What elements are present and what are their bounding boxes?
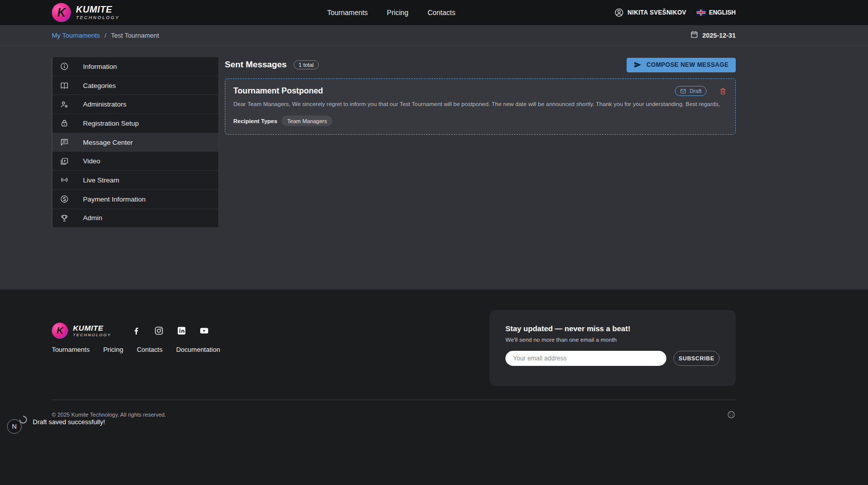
newsletter-card: Stay updated — never miss a beat! We'll …: [489, 310, 736, 386]
user-name: NIKITA SVEŠNIKOV: [628, 9, 686, 16]
sidebar-label: Video: [83, 157, 100, 165]
sidebar-label: Payment Information: [83, 196, 146, 203]
message-recipients: Recipient Types Team Managers: [233, 116, 727, 126]
sidebar-item-message-center[interactable]: Message Center: [52, 133, 218, 152]
brand-tagline: TECHNOLOGY: [73, 333, 111, 337]
trophy-icon: [60, 214, 69, 223]
tournament-sidebar: Information Categories Administrators Re…: [52, 57, 218, 228]
sidebar-item-administrators[interactable]: Administrators: [52, 95, 218, 114]
message-title: Tournament Postponed: [233, 86, 323, 95]
compose-button-label: COMPOSE NEW MESSAGE: [646, 61, 729, 68]
sidebar-label: Live Stream: [83, 176, 119, 184]
footer-link-tournaments[interactable]: Tournaments: [52, 346, 90, 353]
cookie-icon: [727, 410, 736, 419]
brand-tagline: TECHNOLOGY: [76, 16, 120, 20]
brand-text: KUMITE TECHNOLOGY: [76, 5, 120, 20]
recipient-types-label: Recipient Types: [233, 118, 277, 124]
compose-new-message-button[interactable]: COMPOSE NEW MESSAGE: [627, 58, 736, 72]
kumite-logo-icon: K: [52, 3, 71, 22]
brand-name: KUMITE: [76, 5, 120, 14]
footer-link-contacts[interactable]: Contacts: [137, 346, 162, 353]
email-input[interactable]: [505, 351, 666, 366]
nav-pricing[interactable]: Pricing: [387, 9, 408, 17]
footer-link-documentation[interactable]: Documentation: [176, 346, 220, 353]
broadcast-icon: [60, 175, 69, 184]
brand-logo[interactable]: K KUMITE TECHNOLOGY: [52, 3, 120, 22]
info-icon: [60, 62, 69, 71]
footer-link-pricing[interactable]: Pricing: [103, 346, 123, 353]
fab-letter: N: [12, 423, 17, 430]
delete-message-button[interactable]: [719, 87, 727, 95]
nav-contacts[interactable]: Contacts: [427, 9, 455, 17]
message-controls: Draft: [675, 86, 727, 96]
nav-tournaments[interactable]: Tournaments: [327, 9, 368, 17]
facebook-icon[interactable]: [131, 326, 141, 336]
account-circle-icon: [614, 8, 624, 18]
toast-draft-saved: N Draft saved successfully!: [7, 413, 105, 434]
footer: K KUMITE TECHNOLOGY Tournaments Pricing …: [0, 289, 868, 485]
brand-name: KUMITE: [73, 324, 111, 332]
mail-icon: [680, 88, 686, 94]
panel-header: Sent Messages 1 total COMPOSE NEW MESSAG…: [225, 57, 736, 72]
subscribe-button[interactable]: SUBSCRIBE: [673, 351, 720, 366]
sidebar-item-admin[interactable]: Admin: [52, 209, 218, 228]
sidebar-label: Message Center: [83, 139, 133, 146]
linkedin-icon[interactable]: [177, 326, 187, 336]
user-menu[interactable]: NIKITA SVEŠNIKOV: [614, 8, 686, 18]
footer-links: Tournaments Pricing Contacts Documentati…: [52, 346, 220, 353]
total-count-badge: 1 total: [294, 60, 319, 69]
draft-message-card[interactable]: Tournament Postponed Draft Dear Team Man…: [225, 78, 736, 135]
dollar-icon: [60, 195, 69, 204]
sidebar-item-categories[interactable]: Categories: [52, 76, 218, 95]
breadcrumb: My Tournaments / Test Tournament: [52, 32, 159, 39]
breadcrumb-current: Test Tournament: [111, 32, 159, 39]
sent-messages-panel: Sent Messages 1 total COMPOSE NEW MESSAG…: [225, 57, 736, 135]
sidebar-label: Admin: [83, 214, 102, 222]
newsletter-form: SUBSCRIBE: [505, 351, 720, 366]
sidebar-item-registration-setup[interactable]: Registration Setup: [52, 114, 218, 133]
top-header: K KUMITE TECHNOLOGY Tournaments Pricing …: [0, 0, 868, 25]
uk-flag-icon: [697, 10, 706, 16]
toast-message: Draft saved successfully!: [33, 418, 105, 426]
spinner-icon: [19, 415, 28, 424]
book-icon: [60, 81, 69, 90]
message-header: Tournament Postponed Draft: [233, 86, 727, 96]
header-right: NIKITA SVEŠNIKOV ENGLISH: [614, 8, 736, 18]
instagram-icon[interactable]: [154, 326, 164, 336]
social-links: [131, 326, 209, 336]
logo-letter: K: [57, 6, 66, 20]
language-selector[interactable]: ENGLISH: [697, 9, 736, 16]
sidebar-label: Information: [83, 63, 117, 70]
sidebar-label: Administrators: [83, 101, 126, 108]
footer-divider: [52, 400, 736, 400]
calendar-icon: [690, 30, 699, 40]
send-icon: [634, 61, 642, 69]
trash-icon: [719, 87, 727, 95]
footer-brand-text: KUMITE TECHNOLOGY: [73, 324, 111, 337]
manage-accounts-icon: [60, 100, 69, 109]
page-main: Information Categories Administrators Re…: [0, 46, 868, 289]
page-title: Sent Messages: [225, 60, 287, 70]
logo-letter: K: [56, 325, 63, 336]
video-library-icon: [60, 157, 69, 166]
sidebar-label: Categories: [83, 82, 116, 89]
tournament-date: 2025-12-31: [690, 30, 736, 40]
footer-logo[interactable]: K KUMITE TECHNOLOGY: [52, 323, 111, 339]
language-label: ENGLISH: [709, 9, 736, 16]
sidebar-label: Registration Setup: [83, 120, 139, 127]
sidebar-item-live-stream[interactable]: Live Stream: [52, 171, 218, 190]
footer-bottom: © 2025 Kumite Technology. All rights res…: [52, 410, 736, 419]
youtube-icon[interactable]: [199, 326, 209, 336]
chat-icon: [60, 138, 69, 147]
message-body: Dear Team Managers, We sincerely regret …: [233, 101, 727, 107]
breadcrumb-my-tournaments[interactable]: My Tournaments: [52, 32, 100, 39]
sidebar-item-payment-information[interactable]: Payment Information: [52, 190, 218, 209]
cookie-settings-button[interactable]: [727, 410, 736, 419]
newsletter-title: Stay updated — never miss a beat!: [505, 324, 720, 333]
newsletter-subtitle: We'll send no more than one email a mont…: [505, 337, 720, 343]
breadcrumb-separator: /: [105, 32, 107, 39]
breadcrumb-bar: My Tournaments / Test Tournament 2025-12…: [0, 25, 868, 46]
main-nav: Tournaments Pricing Contacts: [327, 9, 455, 17]
sidebar-item-information[interactable]: Information: [52, 57, 218, 76]
sidebar-item-video[interactable]: Video: [52, 152, 218, 171]
